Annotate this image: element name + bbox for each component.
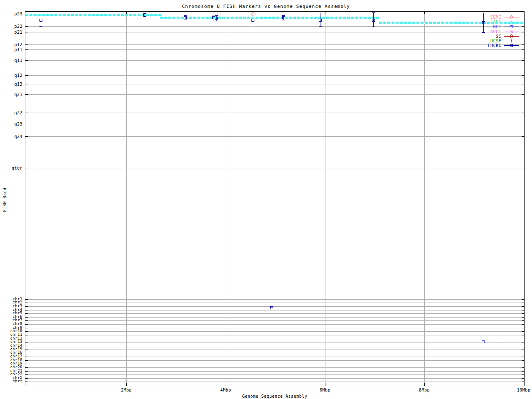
gridline-h (25, 350, 524, 350)
y-tick-right (522, 353, 524, 353)
square-marker (282, 16, 285, 19)
gridline-h (25, 382, 524, 382)
y-tick-label: p23 (0, 12, 22, 16)
gridline-h (25, 371, 524, 372)
gridline-h (25, 306, 524, 307)
y-tick-right (522, 310, 524, 310)
y-tick-right (522, 84, 524, 84)
error-bar-cap (372, 27, 375, 27)
y-tick-left (25, 44, 28, 45)
y-tick-left (25, 124, 28, 124)
legend-sample-cap (504, 25, 504, 28)
gridline-h (25, 313, 524, 314)
diamond-marker (510, 15, 514, 20)
error-bar-cap (215, 15, 218, 16)
gridline-h (25, 124, 524, 124)
legend-label-csmc: CSMC (472, 15, 501, 20)
gridline-h (25, 353, 524, 353)
y-tick-right (522, 124, 524, 124)
y-tick-left (25, 317, 28, 318)
legend-label-fhcrc: FHCRC (472, 43, 501, 48)
square-marker (39, 19, 42, 22)
y-tick-left (25, 26, 28, 27)
y-tick-right (522, 367, 524, 368)
y-tick-right (522, 49, 524, 50)
y-tick-right (522, 350, 524, 350)
error-bar-cap (143, 17, 146, 17)
gridline-v (126, 12, 127, 386)
y-tick-right (522, 339, 524, 339)
y-tick-left (25, 113, 28, 113)
x-tick-label: 10Mbp (511, 388, 532, 392)
y-tick-left (25, 374, 28, 375)
square-marker (319, 19, 322, 22)
y-tick-left (25, 357, 28, 357)
y-tick-right (522, 303, 524, 303)
x-tick-label: 8Mbp (412, 388, 437, 392)
square-marker (482, 21, 485, 24)
gridline-h (25, 136, 524, 137)
gridline-h (25, 44, 524, 45)
legend-label-ucsf: UCSF (472, 39, 501, 43)
y-tick-right (522, 113, 524, 113)
legend-label-nci: NCI (472, 25, 501, 29)
assembly-band-segment (25, 14, 161, 16)
y-tick-left (25, 382, 28, 382)
square-marker (143, 14, 146, 17)
x-tick-bottom (325, 383, 325, 386)
y-tick-right (522, 168, 524, 168)
y-tick-right (522, 317, 524, 318)
y-tick-right (522, 94, 524, 95)
legend-label-sc: SC (472, 34, 501, 39)
gridline-h (25, 360, 524, 361)
gridline-h (25, 335, 524, 335)
x-tick-top (126, 12, 127, 14)
y-tick-right (522, 299, 524, 300)
gridline-h (25, 378, 524, 379)
legend-sample-cap (504, 44, 504, 47)
error-bar-cap (184, 15, 187, 16)
legend-sample-cap (504, 35, 504, 38)
gridline-h (25, 310, 524, 310)
y-tick-right (522, 357, 524, 357)
legend-sample-cap (519, 30, 519, 33)
gridline-h (25, 364, 524, 364)
legend-sample-cap (519, 44, 519, 47)
y-tick-left (25, 84, 28, 84)
y-tick-label: q13 (0, 82, 22, 86)
y-tick-left (25, 364, 28, 364)
legend-sample-cap (504, 16, 504, 19)
error-bar-cap (319, 26, 322, 27)
y-tick-right (522, 374, 524, 375)
gridline-h (25, 342, 524, 342)
y-tick-right (522, 313, 524, 314)
assembly-band-segment (379, 22, 524, 24)
y-tick-left (25, 313, 28, 314)
y-tick-right (522, 364, 524, 364)
y-tick-left (25, 360, 28, 361)
y-tick-left (25, 310, 28, 310)
gridline-h (25, 299, 524, 300)
legend-label-rpci: RPCI (472, 30, 501, 34)
gridline-v (226, 12, 226, 386)
error-bar-cap (39, 14, 42, 14)
gridline-h (25, 75, 524, 76)
gridline-v (424, 12, 425, 386)
error-bar-cap (39, 26, 42, 27)
gridline-h (25, 168, 524, 168)
gridline-h (25, 339, 524, 339)
gridline-h (25, 328, 524, 328)
diamond-marker (510, 34, 514, 39)
legend-sample-cap (519, 16, 519, 19)
y-tick-left (25, 49, 28, 50)
gridline-h (25, 320, 524, 321)
gridline-h (25, 60, 524, 61)
y-tick-left (25, 378, 28, 379)
y-tick-right (522, 75, 524, 76)
plus-marker (510, 41, 513, 41)
legend-sample-cap (519, 39, 519, 42)
y-tick-label: p22 (0, 24, 22, 29)
y-tick-left (25, 168, 28, 168)
y-tick-left (25, 324, 28, 325)
y-tick-right (522, 136, 524, 137)
